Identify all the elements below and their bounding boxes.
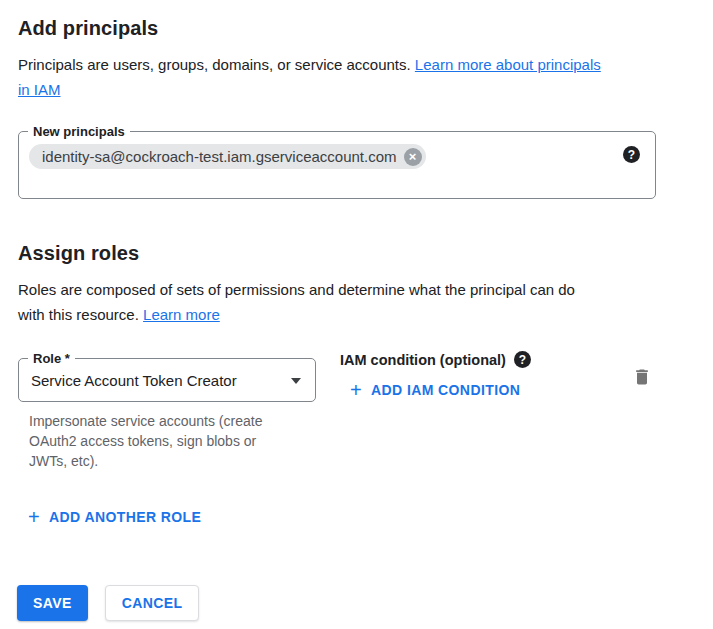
- iam-condition-label: IAM condition (optional): [340, 352, 506, 368]
- iam-condition-column: IAM condition (optional) ? + ADD IAM CON…: [340, 351, 531, 401]
- learn-more-roles-link[interactable]: Learn more: [143, 306, 220, 323]
- role-column: Role * Service Account Token Creator Imp…: [18, 358, 340, 471]
- principals-description-text: Principals are users, groups, domains, o…: [18, 56, 411, 73]
- iam-condition-header: IAM condition (optional) ?: [340, 351, 531, 368]
- principals-description: Principals are users, groups, domains, o…: [18, 52, 680, 102]
- plus-icon: +: [350, 381, 362, 399]
- principal-chip: identity-sa@cockroach-test.iam.gservicea…: [29, 144, 426, 169]
- add-principals-panel: Add principals Principals are users, gro…: [0, 0, 713, 621]
- new-principals-label: New principals: [28, 124, 130, 139]
- add-another-role-label: ADD ANOTHER ROLE: [49, 509, 201, 525]
- trash-icon: [632, 367, 652, 387]
- roles-description-text: Roles are composed of sets of permission…: [18, 281, 575, 323]
- role-row: Role * Service Account Token Creator Imp…: [18, 358, 678, 471]
- plus-icon: +: [28, 508, 40, 526]
- cancel-button[interactable]: CANCEL: [105, 585, 200, 621]
- help-icon[interactable]: ?: [514, 351, 531, 368]
- dropdown-arrow-icon: [291, 378, 301, 384]
- delete-role-button[interactable]: [632, 367, 652, 387]
- save-button[interactable]: SAVE: [17, 585, 88, 621]
- role-select[interactable]: Role * Service Account Token Creator: [18, 358, 316, 402]
- principal-chip-text: identity-sa@cockroach-test.iam.gservicea…: [42, 148, 397, 165]
- roles-description: Roles are composed of sets of permission…: [18, 277, 680, 327]
- help-icon[interactable]: ?: [623, 146, 640, 163]
- assign-roles-title: Assign roles: [18, 240, 693, 266]
- role-helper-text: Impersonate service accounts (create OAu…: [29, 411, 340, 471]
- add-iam-condition-button[interactable]: + ADD IAM CONDITION: [350, 381, 520, 399]
- footer-actions: SAVE CANCEL: [17, 585, 693, 621]
- add-iam-condition-label: ADD IAM CONDITION: [371, 382, 520, 398]
- role-label: Role *: [28, 351, 75, 366]
- close-icon[interactable]: ×: [404, 148, 422, 166]
- new-principals-field[interactable]: New principals identity-sa@cockroach-tes…: [18, 131, 656, 199]
- add-principals-title: Add principals: [18, 15, 693, 41]
- add-another-role-button[interactable]: + ADD ANOTHER ROLE: [28, 508, 201, 526]
